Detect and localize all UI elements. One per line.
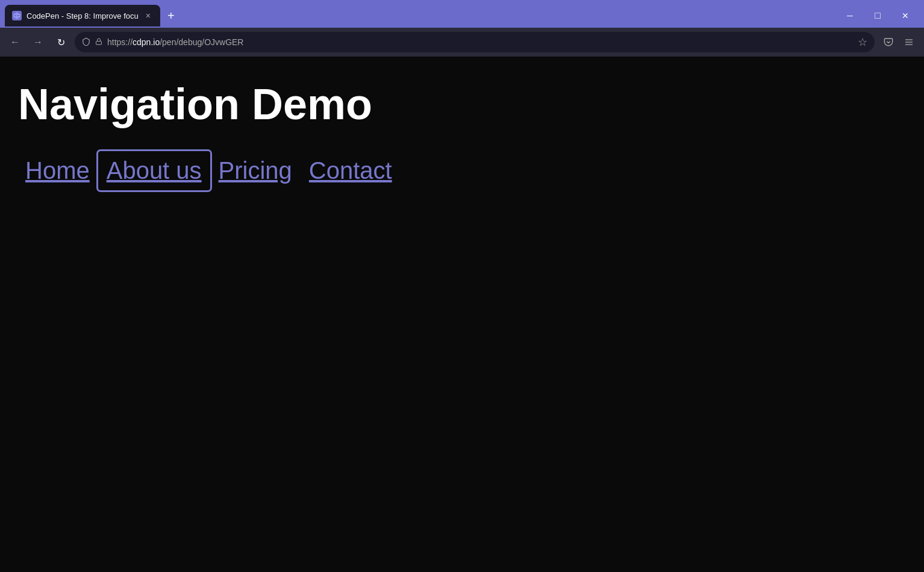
- back-icon: ←: [10, 37, 20, 48]
- address-bar[interactable]: https://cdpn.io/pen/debug/OJvwGER ☆: [75, 32, 875, 52]
- pocket-icon[interactable]: [879, 33, 897, 51]
- url-domain: cdpn.io: [133, 37, 160, 47]
- minimize-icon: [847, 10, 853, 21]
- browser-chrome: CodePen - Step 8: Improve focu × + ← → ↻: [0, 0, 924, 57]
- nav-link-home[interactable]: Home: [18, 152, 97, 189]
- nav-link-pricing[interactable]: Pricing: [211, 152, 299, 189]
- back-button[interactable]: ←: [6, 33, 24, 51]
- nav-link-about[interactable]: About us: [99, 152, 209, 189]
- navigation-bar: ← → ↻ https://cdpn.io/pen/debug/OJvwGER: [0, 28, 924, 57]
- close-icon: [902, 10, 909, 21]
- refresh-button[interactable]: ↻: [52, 33, 70, 51]
- bookmark-star-icon[interactable]: ☆: [858, 36, 867, 49]
- maximize-button[interactable]: [864, 2, 891, 30]
- minimize-button[interactable]: [836, 2, 864, 30]
- close-window-button[interactable]: [891, 2, 919, 30]
- codepen-icon: [12, 11, 22, 20]
- url-prefix: https://: [107, 37, 133, 47]
- active-tab[interactable]: CodePen - Step 8: Improve focu ×: [5, 5, 160, 26]
- forward-button[interactable]: →: [29, 33, 47, 51]
- nav-link-contact[interactable]: Contact: [302, 152, 399, 189]
- page-content: Navigation Demo Home About us Pricing Co…: [0, 57, 924, 572]
- forward-icon: →: [33, 37, 43, 48]
- refresh-icon: ↻: [57, 37, 65, 48]
- tab-bar: CodePen - Step 8: Improve focu × +: [0, 0, 924, 28]
- nav-right-icons: [879, 33, 918, 51]
- page-title: Navigation Demo: [18, 81, 906, 128]
- lock-icon: [95, 37, 102, 47]
- svg-rect-4: [96, 42, 102, 45]
- new-tab-button[interactable]: +: [163, 7, 179, 25]
- tab-close-button[interactable]: ×: [143, 10, 153, 22]
- maximize-icon: [875, 10, 881, 21]
- nav-links: Home About us Pricing Contact: [18, 152, 906, 189]
- url-path: /pen/debug/OJvwGER: [160, 37, 243, 47]
- url-display[interactable]: https://cdpn.io/pen/debug/OJvwGER: [107, 37, 853, 47]
- menu-icon[interactable]: [900, 33, 918, 51]
- shield-icon: [82, 37, 90, 48]
- window-controls: [836, 2, 919, 30]
- tab-title: CodePen - Step 8: Improve focu: [27, 11, 139, 20]
